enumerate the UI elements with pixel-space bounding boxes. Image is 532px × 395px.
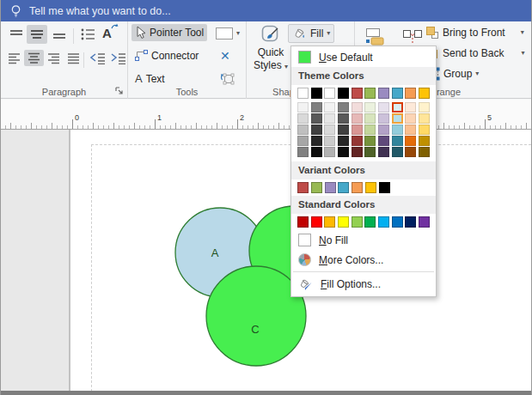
- color-swatch[interactable]: [311, 113, 322, 124]
- color-swatch[interactable]: [325, 182, 336, 193]
- color-swatch[interactable]: [311, 125, 322, 135]
- color-swatch[interactable]: [324, 147, 335, 157]
- color-swatch[interactable]: [405, 147, 416, 157]
- tell-me-text[interactable]: Tell me what you want to do...: [29, 5, 171, 17]
- color-swatch[interactable]: [365, 182, 376, 193]
- paragraph-dialog-launcher[interactable]: [115, 87, 124, 95]
- color-swatch[interactable]: [364, 147, 376, 157]
- color-swatch[interactable]: [378, 216, 389, 228]
- color-swatch[interactable]: [392, 147, 403, 157]
- color-swatch[interactable]: [297, 125, 309, 135]
- color-swatch[interactable]: [311, 136, 322, 146]
- color-swatch[interactable]: [338, 136, 349, 146]
- color-swatch[interactable]: [352, 136, 363, 146]
- color-swatch[interactable]: [419, 136, 430, 146]
- color-swatch[interactable]: [378, 88, 389, 99]
- color-swatch[interactable]: [392, 216, 403, 228]
- font-size-button[interactable]: A: [99, 24, 115, 42]
- color-swatch[interactable]: [419, 88, 430, 99]
- text-button[interactable]: A Text: [131, 70, 168, 87]
- color-swatch[interactable]: [378, 136, 389, 146]
- send-to-back-button[interactable]: Send to Back ▾: [422, 45, 528, 62]
- tell-me-bar[interactable]: Tell me what you want to do...: [1, 0, 531, 21]
- align-center-button[interactable]: [24, 50, 44, 66]
- color-swatch[interactable]: [311, 147, 322, 157]
- color-swatch[interactable]: [352, 216, 363, 228]
- color-swatch[interactable]: [405, 125, 416, 135]
- color-swatch[interactable]: [364, 113, 376, 124]
- color-swatch[interactable]: [378, 125, 389, 135]
- color-swatch[interactable]: [324, 136, 335, 146]
- color-swatch[interactable]: [364, 136, 376, 146]
- color-swatch[interactable]: [338, 182, 349, 193]
- color-swatch[interactable]: [352, 113, 363, 124]
- color-swatch[interactable]: [352, 147, 363, 157]
- color-swatch[interactable]: [338, 113, 349, 124]
- color-swatch[interactable]: [352, 102, 363, 112]
- color-swatch[interactable]: [405, 136, 416, 146]
- connection-point-button[interactable]: ✕: [217, 47, 234, 64]
- color-swatch[interactable]: [324, 216, 335, 228]
- text-block-button[interactable]: [217, 70, 238, 87]
- color-swatch[interactable]: [419, 125, 430, 135]
- justify-button[interactable]: [64, 51, 83, 66]
- color-swatch[interactable]: [311, 216, 322, 228]
- pointer-tool-button[interactable]: Pointer Tool: [131, 24, 207, 41]
- increase-indent-button[interactable]: [107, 51, 130, 66]
- color-swatch[interactable]: [379, 182, 390, 193]
- color-swatch[interactable]: [392, 125, 403, 135]
- color-swatch[interactable]: [338, 102, 349, 112]
- align-right-button[interactable]: [44, 51, 64, 66]
- fill-button[interactable]: Fill ▾: [288, 24, 334, 43]
- color-swatch[interactable]: [324, 88, 335, 99]
- color-swatch[interactable]: [419, 113, 430, 124]
- color-swatch[interactable]: [419, 216, 430, 228]
- color-swatch[interactable]: [324, 102, 335, 112]
- color-swatch[interactable]: [364, 88, 376, 99]
- color-swatch[interactable]: [297, 147, 309, 157]
- align-top-button[interactable]: [6, 27, 27, 42]
- more-colors-item[interactable]: More Colors...: [291, 250, 436, 270]
- connector-button[interactable]: Connector: [131, 48, 202, 64]
- bring-to-front-button[interactable]: Bring to Front ▾: [422, 24, 528, 41]
- color-swatch[interactable]: [352, 182, 363, 193]
- color-swatch[interactable]: [352, 125, 363, 135]
- color-swatch[interactable]: [364, 216, 376, 228]
- no-fill-item[interactable]: No Fill: [291, 230, 436, 250]
- color-swatch[interactable]: [405, 113, 416, 124]
- rectangle-tool-button[interactable]: ▾: [212, 26, 243, 41]
- color-swatch[interactable]: [392, 88, 403, 99]
- decrease-indent-button[interactable]: [87, 51, 109, 66]
- color-swatch[interactable]: [364, 102, 376, 112]
- color-swatch[interactable]: [392, 136, 403, 146]
- color-swatch[interactable]: [311, 88, 322, 99]
- color-swatch[interactable]: [297, 102, 309, 112]
- color-swatch[interactable]: [297, 216, 309, 228]
- color-swatch[interactable]: [338, 88, 349, 99]
- align-left-button[interactable]: [4, 51, 24, 66]
- color-swatch[interactable]: [419, 147, 430, 157]
- color-swatch-selected[interactable]: [392, 113, 403, 124]
- quick-styles-button[interactable]: Quick Styles ▾: [252, 24, 290, 72]
- color-swatch[interactable]: [405, 216, 416, 228]
- bullets-button[interactable]: [76, 26, 99, 43]
- color-swatch[interactable]: [338, 216, 349, 228]
- color-swatch[interactable]: [324, 125, 335, 135]
- color-swatch[interactable]: [311, 182, 322, 193]
- fill-options-item[interactable]: Fill Options...: [291, 274, 436, 295]
- color-swatch[interactable]: [352, 88, 363, 99]
- color-swatch[interactable]: [297, 88, 309, 99]
- color-swatch[interactable]: [338, 147, 349, 157]
- color-swatch[interactable]: [324, 113, 335, 124]
- color-swatch[interactable]: [405, 102, 416, 112]
- align-middle-button[interactable]: [27, 25, 47, 44]
- color-swatch[interactable]: [364, 125, 376, 135]
- color-swatch-selected[interactable]: [392, 102, 403, 112]
- color-swatch[interactable]: [378, 102, 389, 112]
- color-swatch[interactable]: [378, 113, 389, 124]
- color-swatch[interactable]: [297, 113, 309, 124]
- color-swatch[interactable]: [419, 102, 430, 112]
- color-swatch[interactable]: [378, 147, 389, 157]
- color-swatch[interactable]: [405, 88, 416, 99]
- color-swatch[interactable]: [297, 182, 309, 193]
